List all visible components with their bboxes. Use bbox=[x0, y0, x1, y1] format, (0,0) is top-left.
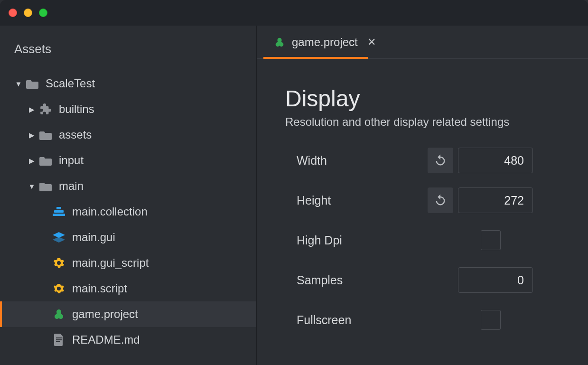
chevron-right-icon[interactable]: ▶ bbox=[28, 131, 36, 139]
field-label: Samples bbox=[285, 273, 428, 287]
window-minimize-button[interactable] bbox=[24, 9, 32, 17]
field-label: Height bbox=[285, 194, 428, 207]
window-close-button[interactable] bbox=[9, 9, 17, 17]
puzzle-icon bbox=[39, 103, 52, 116]
folder-icon bbox=[39, 154, 52, 167]
tree-label: assets bbox=[59, 128, 92, 141]
close-icon[interactable]: ✕ bbox=[367, 36, 376, 48]
field-fullscreen: Fullscreen bbox=[285, 307, 560, 333]
field-samples: Samples bbox=[285, 267, 560, 293]
assets-panel: Assets ▼ ScaleTest ▶ builtins bbox=[0, 26, 256, 365]
tree-label: main.gui_script bbox=[72, 256, 149, 270]
tree-item-input[interactable]: ▶ input bbox=[0, 148, 256, 173]
tree-label: main.collection bbox=[72, 205, 148, 218]
chevron-right-icon[interactable]: ▶ bbox=[28, 106, 36, 113]
tab-game-project[interactable]: game.project ✕ bbox=[268, 26, 381, 58]
tree-item-game-project[interactable]: ▶ game.project bbox=[0, 301, 256, 327]
high-dpi-checkbox[interactable] bbox=[481, 230, 501, 250]
reset-button[interactable] bbox=[428, 187, 453, 213]
tree-item-main-gui[interactable]: ▶ main.gui bbox=[0, 225, 256, 250]
tree-label: input bbox=[59, 154, 84, 167]
folder-icon bbox=[26, 77, 39, 90]
tree-item-assets[interactable]: ▶ assets bbox=[0, 122, 256, 148]
settings-form: Display Resolution and other display rel… bbox=[257, 59, 588, 365]
chevron-right-icon[interactable]: ▶ bbox=[28, 157, 36, 164]
tree-item-readme[interactable]: ▶ README.md bbox=[0, 327, 256, 353]
gear-icon bbox=[52, 282, 65, 295]
project-icon bbox=[273, 37, 286, 47]
window-zoom-button[interactable] bbox=[39, 9, 47, 17]
tree-label: main.script bbox=[72, 282, 127, 295]
document-icon bbox=[52, 333, 65, 346]
collection-icon bbox=[52, 205, 65, 218]
field-label: Width bbox=[285, 154, 428, 168]
tree-item-main-collection[interactable]: ▶ main.collection bbox=[0, 199, 256, 225]
fullscreen-checkbox[interactable] bbox=[481, 310, 501, 330]
field-width: Width bbox=[285, 148, 560, 173]
tree-item-main-script[interactable]: ▶ main.script bbox=[0, 276, 256, 301]
folder-icon bbox=[39, 128, 52, 141]
svg-rect-1 bbox=[54, 210, 64, 213]
field-label: Fullscreen bbox=[285, 313, 428, 327]
section-subtitle: Resolution and other display related set… bbox=[285, 115, 560, 129]
tab-label: game.project bbox=[292, 36, 358, 49]
tree-label: builtins bbox=[59, 103, 94, 116]
tree-item-scaletest[interactable]: ▼ ScaleTest bbox=[0, 71, 256, 96]
svg-rect-2 bbox=[53, 214, 65, 216]
field-label: High Dpi bbox=[285, 234, 428, 247]
svg-rect-5 bbox=[56, 337, 62, 338]
field-height: Height bbox=[285, 187, 560, 213]
samples-input[interactable] bbox=[458, 267, 533, 293]
assets-panel-title: Assets bbox=[0, 40, 256, 71]
tree-label: main.gui bbox=[72, 231, 115, 244]
width-input[interactable] bbox=[458, 148, 533, 173]
svg-rect-0 bbox=[56, 207, 61, 209]
layers-icon bbox=[52, 231, 65, 244]
tree-item-builtins[interactable]: ▶ builtins bbox=[0, 96, 256, 122]
undo-icon bbox=[434, 194, 447, 207]
tree-label: ScaleTest bbox=[46, 77, 95, 90]
section-title: Display bbox=[285, 85, 560, 112]
editor-tabbar: game.project ✕ bbox=[257, 26, 588, 59]
height-input[interactable] bbox=[458, 187, 533, 213]
field-high-dpi: High Dpi bbox=[285, 227, 560, 253]
reset-button[interactable] bbox=[428, 148, 453, 173]
mac-titlebar bbox=[0, 0, 588, 26]
assets-tree: ▼ ScaleTest ▶ builtins ▶ bbox=[0, 71, 256, 353]
project-icon bbox=[52, 308, 65, 321]
editor-panel: game.project ✕ Display Resolution and ot… bbox=[256, 26, 588, 365]
svg-rect-6 bbox=[56, 339, 62, 340]
chevron-down-icon[interactable]: ▼ bbox=[28, 183, 36, 190]
tree-label: game.project bbox=[72, 308, 138, 321]
svg-rect-7 bbox=[56, 341, 60, 342]
chevron-down-icon[interactable]: ▼ bbox=[14, 80, 23, 87]
tree-item-main-gui-script[interactable]: ▶ main.gui_script bbox=[0, 250, 256, 276]
tree-label: README.md bbox=[72, 333, 140, 346]
undo-icon bbox=[434, 154, 447, 167]
tree-item-main[interactable]: ▼ main bbox=[0, 173, 256, 199]
svg-marker-4 bbox=[53, 237, 65, 243]
tree-label: main bbox=[59, 179, 84, 193]
gear-icon bbox=[52, 256, 65, 270]
folder-icon bbox=[39, 179, 52, 193]
